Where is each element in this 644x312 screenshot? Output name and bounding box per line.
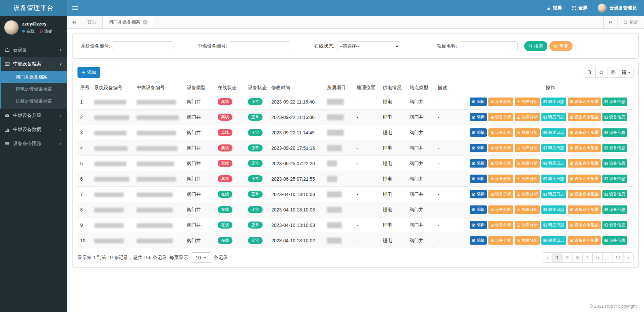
- dispatch-log-button[interactable]: 调度日志: [541, 128, 566, 137]
- fault-analysis-button[interactable]: 故障分析: [515, 113, 540, 121]
- device-command-config-button[interactable]: 设备命令配置: [568, 205, 601, 214]
- device-analysis-button[interactable]: 设备分析: [488, 159, 513, 168]
- tab-valve-well-archive[interactable]: 阀门井设备档案 ×: [103, 16, 154, 28]
- device-command-config-button[interactable]: 设备命令配置: [568, 159, 601, 168]
- sidebar-item-cloud-device[interactable]: 云设备: [0, 43, 67, 57]
- dispatch-log-button[interactable]: 调度日志: [541, 236, 566, 245]
- device-analysis-button[interactable]: 设备分析: [488, 113, 513, 121]
- device-analysis-button[interactable]: 设备分析: [488, 98, 513, 106]
- fault-analysis-button[interactable]: 故障分析: [515, 205, 540, 214]
- page-2[interactable]: 2: [562, 252, 573, 263]
- sidebar-item-device-data[interactable]: 中燃设备数据: [0, 123, 67, 137]
- device-analysis-button[interactable]: 设备分析: [488, 236, 513, 245]
- fault-analysis-button[interactable]: 故障分析: [515, 236, 540, 245]
- sidebar-toggle-button[interactable]: [67, 0, 83, 16]
- edit-button[interactable]: 编辑: [470, 98, 487, 106]
- device-command-config-button[interactable]: 设备命令配置: [568, 144, 601, 152]
- table-search-toggle-button[interactable]: [584, 67, 596, 78]
- dispatch-log-button[interactable]: 调度日志: [541, 159, 566, 168]
- edit-button[interactable]: 编辑: [470, 205, 487, 214]
- device-command-config-button[interactable]: 设备命令配置: [568, 98, 601, 106]
- device-info-button[interactable]: 设备信息: [602, 98, 627, 106]
- project-name-input[interactable]: [460, 41, 518, 51]
- edit-button[interactable]: 编辑: [470, 221, 487, 229]
- fault-analysis-button[interactable]: 故障分析: [515, 144, 540, 152]
- fault-analysis-button[interactable]: 故障分析: [515, 175, 540, 183]
- fullscreen-button[interactable]: 全屏: [572, 5, 587, 11]
- device-info-button[interactable]: 设备信息: [602, 236, 627, 245]
- edit-button[interactable]: 编辑: [470, 236, 487, 245]
- fault-analysis-button[interactable]: 故障分析: [515, 190, 540, 198]
- dispatch-log-button[interactable]: 调度日志: [541, 144, 566, 152]
- page-3[interactable]: 3: [572, 252, 583, 263]
- edit-button[interactable]: 编辑: [470, 144, 487, 152]
- reset-button[interactable]: 重置: [549, 41, 573, 51]
- search-button[interactable]: 搜索: [524, 41, 547, 51]
- device-command-config-button[interactable]: 设备命令配置: [568, 113, 601, 121]
- tab-home[interactable]: 首页: [81, 16, 103, 28]
- device-analysis-button[interactable]: 设备分析: [488, 221, 513, 229]
- page-17[interactable]: 17: [612, 252, 624, 263]
- page-next[interactable]: ›: [623, 252, 634, 263]
- sidebar-item-device-upgrade[interactable]: 中燃设备升级: [0, 109, 67, 123]
- device-command-config-button[interactable]: 设备命令配置: [568, 190, 601, 198]
- page-4[interactable]: 4: [582, 252, 593, 263]
- dispatch-log-button[interactable]: 调度日志: [541, 205, 566, 214]
- sidebar-item-device-command-trace[interactable]: 设备命令跟踪: [0, 137, 67, 151]
- device-info-button[interactable]: 设备信息: [602, 175, 627, 183]
- tabs-scroll-right-button[interactable]: [603, 16, 618, 28]
- tab-refresh-button[interactable]: 刷新: [618, 16, 644, 28]
- sidebar-item-lithium-remote-archive[interactable]: 锂电远传设备档案: [1, 83, 67, 95]
- table-detail-view-button[interactable]: [607, 67, 619, 78]
- dispatch-log-button[interactable]: 调度日志: [541, 113, 566, 121]
- device-analysis-button[interactable]: 设备分析: [488, 128, 513, 137]
- add-button[interactable]: 添加: [77, 67, 100, 78]
- page-5[interactable]: 5: [592, 252, 603, 263]
- sidebar-item-device-archive[interactable]: 中燃设备档案: [1, 57, 67, 71]
- online-status-select[interactable]: --请选择--: [337, 41, 400, 51]
- page-ellipsis[interactable]: ...: [602, 252, 613, 263]
- lock-screen-button[interactable]: 锁屏: [546, 5, 562, 11]
- fault-analysis-button[interactable]: 故障分析: [515, 128, 540, 137]
- zr-device-id-input[interactable]: [230, 41, 290, 51]
- edit-button[interactable]: 编辑: [470, 175, 487, 183]
- dispatch-log-button[interactable]: 调度日志: [541, 221, 566, 229]
- dispatch-log-button[interactable]: 调度日志: [541, 190, 566, 198]
- dispatch-log-button[interactable]: 调度日志: [541, 98, 566, 106]
- device-info-button[interactable]: 设备信息: [602, 144, 627, 152]
- edit-button[interactable]: 编辑: [470, 113, 487, 121]
- device-analysis-button[interactable]: 设备分析: [488, 175, 513, 183]
- table-columns-button[interactable]: [619, 67, 634, 78]
- sidebar-item-assembled-remote-archive[interactable]: 拼装远传设备档案: [1, 95, 67, 107]
- page-prev[interactable]: ‹: [542, 252, 552, 263]
- tabs-scroll-left-button[interactable]: [67, 16, 81, 28]
- device-command-config-button[interactable]: 设备命令配置: [568, 236, 601, 245]
- page-size-dropdown[interactable]: 10: [191, 252, 211, 263]
- fault-analysis-button[interactable]: 故障分析: [515, 159, 540, 168]
- edit-button[interactable]: 编辑: [470, 128, 487, 137]
- device-info-button[interactable]: 设备信息: [602, 190, 627, 198]
- tab-close-icon[interactable]: ×: [143, 20, 148, 24]
- sys-device-id-input[interactable]: [113, 41, 173, 51]
- edit-button[interactable]: 编辑: [470, 190, 487, 198]
- device-command-config-button[interactable]: 设备命令配置: [568, 221, 601, 229]
- device-info-button[interactable]: 设备信息: [602, 128, 627, 137]
- device-info-button[interactable]: 设备信息: [602, 205, 627, 214]
- device-info-button[interactable]: 设备信息: [602, 221, 627, 229]
- device-analysis-button[interactable]: 设备分析: [488, 205, 513, 214]
- page-1[interactable]: 1: [552, 252, 562, 263]
- device-analysis-button[interactable]: 设备分析: [488, 144, 513, 152]
- device-info-button[interactable]: 设备信息: [602, 113, 627, 121]
- logout-link[interactable]: 注销: [39, 28, 52, 34]
- edit-button[interactable]: 编辑: [470, 159, 487, 168]
- sidebar-item-valve-well-archive[interactable]: 阀门井设备档案: [1, 71, 67, 83]
- navbar-user-menu[interactable]: 云设备管理员: [597, 3, 637, 13]
- device-command-config-button[interactable]: 设备命令配置: [568, 175, 601, 183]
- table-refresh-button[interactable]: [595, 67, 607, 78]
- device-analysis-button[interactable]: 设备分析: [488, 190, 513, 198]
- fault-analysis-button[interactable]: 故障分析: [515, 98, 540, 106]
- dispatch-log-button[interactable]: 调度日志: [541, 175, 566, 183]
- device-command-config-button[interactable]: 设备命令配置: [568, 128, 601, 137]
- fault-analysis-button[interactable]: 故障分析: [515, 221, 540, 229]
- device-info-button[interactable]: 设备信息: [602, 159, 627, 168]
